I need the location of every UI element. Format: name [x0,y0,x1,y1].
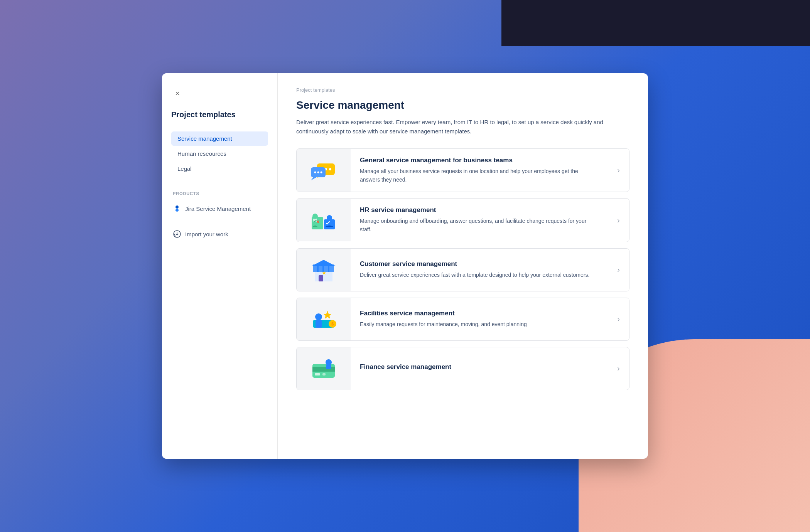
template-icon-finance [297,347,351,390]
template-list: General service management for business … [296,148,629,390]
template-icon-general [297,149,351,192]
svg-marker-21 [312,260,336,266]
template-body-finance: Finance service management [351,355,608,382]
template-title-general: General service management for business … [360,157,599,164]
svg-point-13 [312,214,318,219]
svg-rect-32 [312,367,335,372]
svg-point-8 [317,171,319,173]
svg-point-35 [326,359,332,365]
sidebar-item-legal[interactable]: Legal [171,162,268,176]
svg-rect-14 [324,219,335,229]
svg-rect-33 [315,373,320,375]
chevron-hr-icon: › [608,216,629,225]
template-icon-hr [297,199,351,241]
svg-point-15 [327,215,332,221]
jira-service-management-label: Jira Service Management [185,205,251,212]
sidebar: × Project templates Service management H… [162,73,278,459]
template-title-finance: Finance service management [360,363,599,371]
chevron-facilities-icon: › [608,315,629,323]
jira-icon [173,204,181,213]
svg-rect-34 [322,373,326,375]
sidebar-title: Project templates [171,110,268,119]
svg-marker-10 [311,177,316,180]
sidebar-item-service-management[interactable]: Service management [171,131,268,146]
svg-point-7 [314,171,316,173]
template-body-hr: HR service management Manage onboarding … [351,199,608,241]
template-desc-general: Manage all your business service request… [360,167,591,184]
svg-point-9 [321,171,322,173]
sidebar-item-import-work[interactable]: Import your work [171,226,268,242]
template-body-customer: Customer service management Deliver grea… [351,253,608,287]
close-button[interactable]: × [171,87,184,99]
template-icon-facilities: $ [297,298,351,340]
template-title-hr: HR service management [360,206,599,214]
template-card-finance[interactable]: Finance service management › [296,347,629,390]
page-description: Deliver great service experiences fast. … [296,118,613,136]
template-icon-customer [297,249,351,291]
main-content: Project templates Service management Del… [278,73,648,459]
template-title-customer: Customer service management [360,260,599,268]
breadcrumb: Project templates [296,87,629,93]
template-card-facilities[interactable]: $ Facilities service management Easily m… [296,298,629,341]
svg-text:$: $ [331,322,334,326]
svg-rect-27 [316,320,322,328]
chevron-customer-icon: › [608,265,629,274]
import-icon [173,230,181,238]
svg-point-4 [329,168,331,170]
svg-rect-36 [326,365,331,369]
products-section-label: PRODUCTS [171,191,268,196]
sidebar-item-jira-service-management[interactable]: Jira Service Management [171,200,268,217]
sidebar-item-human-resources[interactable]: Human reseources [171,146,268,161]
template-desc-hr: Manage onboarding and offboarding, answe… [360,217,591,234]
modal-overlay: × Project templates Service management H… [0,0,810,532]
svg-marker-28 [323,311,332,319]
svg-point-26 [315,313,322,320]
template-card-customer[interactable]: Customer service management Deliver grea… [296,248,629,291]
template-body-facilities: Facilities service management Easily man… [351,302,608,337]
sidebar-nav: Service management Human reseources Lega… [171,131,268,176]
chevron-general-icon: › [608,166,629,175]
import-work-label: Import your work [185,231,228,237]
template-title-facilities: Facilities service management [360,310,599,317]
template-desc-customer: Deliver great service experiences fast w… [360,271,591,279]
svg-rect-23 [319,275,323,281]
template-card-general[interactable]: General service management for business … [296,148,629,192]
template-desc-facilities: Easily manage requests for maintenance, … [360,320,591,329]
modal-container: × Project templates Service management H… [162,73,648,459]
chevron-finance-icon: › [608,364,629,373]
page-title: Service management [296,99,629,111]
template-body-general: General service management for business … [351,149,608,192]
template-card-hr[interactable]: HR service management Manage onboarding … [296,198,629,242]
